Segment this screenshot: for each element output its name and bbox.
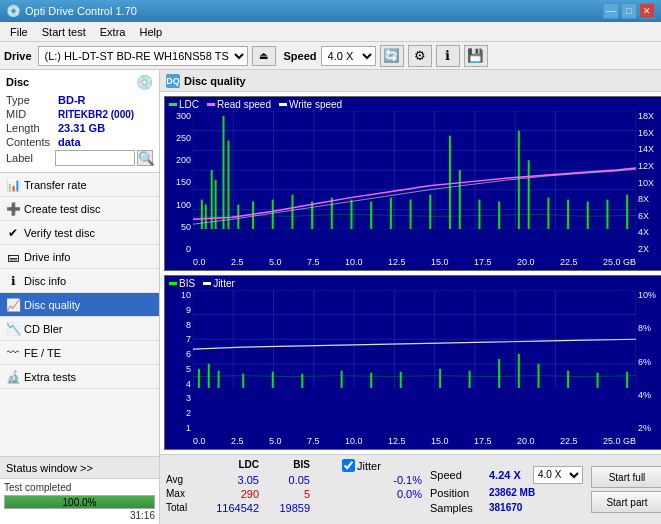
disc-label-input[interactable] xyxy=(55,150,135,166)
sidebar-item-label: FE / TE xyxy=(24,347,61,359)
disc-length-row: Length 23.31 GB xyxy=(6,122,153,134)
svg-rect-39 xyxy=(518,131,520,229)
svg-rect-41 xyxy=(547,198,549,230)
stats-avg-ldc: 3.05 xyxy=(204,474,259,486)
save-button[interactable]: 💾 xyxy=(464,45,488,67)
ldc-x-axis: 0.0 2.5 5.0 7.5 10.0 12.5 15.0 17.5 20.0… xyxy=(193,254,636,270)
transfer-rate-icon: 📊 xyxy=(6,178,20,192)
menu-start-test[interactable]: Start test xyxy=(36,24,92,40)
titlebar-controls[interactable]: — □ ✕ xyxy=(603,3,655,19)
svg-rect-75 xyxy=(538,364,540,389)
disc-label-button[interactable]: 🔍 xyxy=(137,150,153,166)
svg-rect-68 xyxy=(341,371,343,389)
stats-position-value: 23862 MB xyxy=(489,487,554,498)
stats-total-row: Total 1164542 19859 xyxy=(166,502,422,514)
action-buttons: Start full Start part xyxy=(591,459,661,520)
jitter-checkbox[interactable] xyxy=(342,459,355,472)
stats-samples-row: Samples 381670 xyxy=(430,502,583,514)
sidebar-item-cd-bler[interactable]: 📉 CD Bler xyxy=(0,317,159,341)
disc-mid-label: MID xyxy=(6,108,58,120)
ldc-legend-label: LDC xyxy=(179,99,199,110)
disc-contents-label: Contents xyxy=(6,136,58,148)
status-window-header[interactable]: Status window >> xyxy=(0,457,159,479)
read-speed-legend-item: Read speed xyxy=(207,99,271,110)
sidebar-item-create-test-disc[interactable]: ➕ Create test disc xyxy=(0,197,159,221)
ldc-chart: LDC Read speed Write speed xyxy=(164,96,661,271)
svg-rect-71 xyxy=(439,369,441,389)
stats-speed-select[interactable]: 4.0 X 2.0 X 8.0 X xyxy=(533,466,583,484)
stats-total-bis: 19859 xyxy=(265,502,310,514)
sidebar-item-disc-info[interactable]: ℹ Disc info xyxy=(0,269,159,293)
drive-selector[interactable]: (L:) HL-DT-ST BD-RE WH16NS58 TST4 xyxy=(38,46,248,66)
svg-rect-31 xyxy=(370,202,372,230)
svg-rect-76 xyxy=(567,371,569,389)
maximize-button[interactable]: □ xyxy=(621,3,637,19)
sidebar-item-label: Disc info xyxy=(24,275,66,287)
sidebar-item-label: Drive info xyxy=(24,251,70,263)
progress-area: Test completed 100.0% 31:16 xyxy=(0,479,159,524)
disc-mid-value: RITEKBR2 (000) xyxy=(58,109,134,120)
svg-rect-74 xyxy=(518,354,520,388)
menu-file[interactable]: File xyxy=(4,24,34,40)
speed-label: Speed xyxy=(284,50,317,62)
start-part-button[interactable]: Start part xyxy=(591,491,661,513)
write-speed-legend-dot xyxy=(279,103,287,106)
sidebar-item-label: Create test disc xyxy=(24,203,100,215)
sidebar-item-disc-quality[interactable]: 📈 Disc quality xyxy=(0,293,159,317)
jitter-checkbox-row: Jitter xyxy=(342,459,381,472)
bis-y-axis-right: 10% 8% 6% 4% 2% xyxy=(636,290,661,433)
disc-label-label: Label xyxy=(6,152,55,164)
svg-rect-72 xyxy=(469,371,471,389)
refresh-button[interactable]: 🔄 xyxy=(380,45,404,67)
titlebar: 💿 Opti Drive Control 1.70 — □ ✕ xyxy=(0,0,661,22)
svg-rect-45 xyxy=(626,195,628,229)
disc-contents-row: Contents data xyxy=(6,136,153,148)
menu-help[interactable]: Help xyxy=(133,24,168,40)
disc-contents-value: data xyxy=(58,136,81,148)
eject-button[interactable]: ⏏ xyxy=(252,46,276,66)
menu-extra[interactable]: Extra xyxy=(94,24,132,40)
read-speed-legend-label: Read speed xyxy=(217,99,271,110)
sidebar-item-transfer-rate[interactable]: 📊 Transfer rate xyxy=(0,173,159,197)
stats-avg-bis: 0.05 xyxy=(265,474,310,486)
svg-rect-33 xyxy=(410,200,412,230)
svg-rect-27 xyxy=(291,195,293,229)
svg-rect-66 xyxy=(272,372,274,389)
stats-col-header-empty xyxy=(166,459,198,472)
disc-quality-icon: 📈 xyxy=(6,298,20,312)
disc-quality-header: DQ Disc quality xyxy=(160,70,661,92)
minimize-button[interactable]: — xyxy=(603,3,619,19)
stats-samples-label: Samples xyxy=(430,502,485,514)
drive-info-icon: 🖴 xyxy=(6,250,20,264)
ldc-legend-dot xyxy=(169,103,177,106)
sidebar-item-fe-te[interactable]: 〰 FE / TE xyxy=(0,341,159,365)
nav-items: 📊 Transfer rate ➕ Create test disc ✔ Ver… xyxy=(0,173,159,456)
jitter-legend-label: Jitter xyxy=(213,278,235,289)
bis-chart-svg xyxy=(193,290,636,388)
create-test-disc-icon: ➕ xyxy=(6,202,20,216)
menubar: File Start test Extra Help xyxy=(0,22,661,42)
svg-rect-35 xyxy=(449,136,451,230)
svg-rect-77 xyxy=(597,373,599,389)
cd-bler-icon: 📉 xyxy=(6,322,20,336)
jitter-legend-dot xyxy=(203,282,211,285)
start-full-button[interactable]: Start full xyxy=(591,466,661,488)
stats-total-ldc: 1164542 xyxy=(204,502,259,514)
settings-button[interactable]: ⚙ xyxy=(408,45,432,67)
stats-samples-value: 381670 xyxy=(489,502,554,513)
svg-rect-29 xyxy=(331,198,333,230)
svg-rect-78 xyxy=(626,372,628,389)
sidebar-item-verify-test-disc[interactable]: ✔ Verify test disc xyxy=(0,221,159,245)
stats-avg-jitter: -0.1% xyxy=(342,474,422,486)
svg-rect-62 xyxy=(198,369,200,389)
sidebar-item-drive-info[interactable]: 🖴 Drive info xyxy=(0,245,159,269)
info-button[interactable]: ℹ xyxy=(436,45,460,67)
bis-chart-legend: BIS Jitter xyxy=(169,278,235,289)
sidebar-item-label: Disc quality xyxy=(24,299,80,311)
sidebar-item-extra-tests[interactable]: 🔬 Extra tests xyxy=(0,365,159,389)
svg-rect-69 xyxy=(370,373,372,389)
speed-selector[interactable]: 4.0 X 2.0 X 8.0 X xyxy=(321,46,376,66)
close-button[interactable]: ✕ xyxy=(639,3,655,19)
stats-max-ldc: 290 xyxy=(204,488,259,500)
write-speed-legend-label: Write speed xyxy=(289,99,342,110)
